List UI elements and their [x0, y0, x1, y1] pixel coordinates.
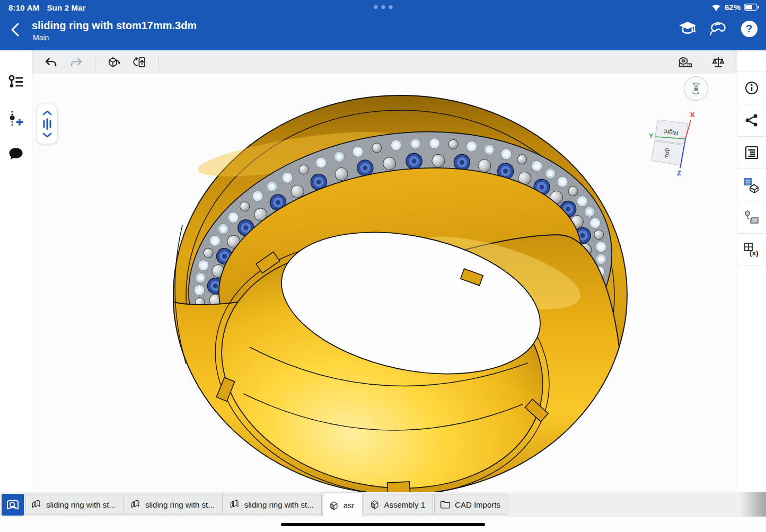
doc-tab-label: asr	[344, 501, 355, 510]
battery-icon	[744, 3, 760, 11]
chevron-down-icon[interactable]	[42, 132, 52, 138]
doc-tab-label: sliding ring with st...	[46, 500, 116, 509]
variables-icon-label: (x)	[750, 249, 759, 257]
linked-documents-button[interactable]	[737, 201, 766, 233]
doc-tab-folder[interactable]: CAD Imports	[434, 494, 508, 515]
axis-z-label: Z	[677, 169, 681, 177]
doc-tab-label: sliding ring with st...	[145, 500, 215, 509]
variables-button[interactable]: (x)	[737, 233, 766, 265]
assembly-icon	[369, 499, 380, 510]
learning-center-icon[interactable]	[678, 19, 697, 38]
status-date: Sun 2 Mar	[47, 3, 85, 12]
document-header: sliding ring with stom17mm.3dm Main ?	[0, 16, 766, 50]
configurations-button[interactable]	[737, 169, 766, 201]
help-button[interactable]: ?	[739, 19, 759, 38]
doc-tab-assembly-active[interactable]: asr	[323, 493, 363, 517]
status-indicators: 62%	[711, 3, 760, 12]
assembly-icon	[329, 500, 339, 511]
doc-tab-assembly[interactable]: Assembly 1	[364, 494, 434, 515]
status-bar: 8:10 AMSun 2 Mar 62%	[0, 0, 766, 16]
right-sidebar: (x)	[737, 50, 766, 492]
back-button[interactable]	[8, 21, 27, 42]
app-header: 8:10 AMSun 2 Mar 62% sliding ring with s…	[0, 0, 766, 50]
doc-tab-label: CAD Imports	[455, 500, 500, 509]
partstudio-icon	[130, 499, 141, 510]
home-indicator[interactable]	[281, 523, 485, 526]
share-button[interactable]	[737, 104, 766, 136]
document-title: sliding ring with stom17mm.3dm	[32, 20, 197, 32]
partstudio-icon	[31, 499, 42, 510]
tabbar-scroll-fade	[741, 492, 766, 517]
doc-tab-partstudio[interactable]: sliding ring with st...	[224, 494, 322, 515]
info-panel-button[interactable]	[737, 72, 766, 104]
battery-percent: 62%	[725, 3, 741, 12]
doc-tab-label: Assembly 1	[384, 500, 426, 509]
insert-feature-icon[interactable]	[7, 110, 24, 127]
left-sidebar	[0, 50, 32, 492]
axis-y-label: Y	[649, 132, 654, 140]
view-cube[interactable]: Right Top X Y Z	[645, 109, 706, 181]
ar-view-icon[interactable]	[709, 19, 728, 38]
bom-list-button[interactable]	[737, 136, 766, 169]
doc-tab-partstudio[interactable]: sliding ring with st...	[125, 494, 223, 515]
folder-icon	[440, 500, 451, 509]
axis-x-label: X	[690, 111, 695, 119]
home-strip	[0, 517, 766, 532]
3d-viewport[interactable]: Right Top X Y Z	[32, 74, 737, 492]
history-slider-flyout[interactable]	[37, 104, 57, 144]
browse-tabs-button[interactable]	[2, 494, 24, 516]
workspace-name: Main	[33, 33, 49, 42]
multitasking-dots-icon[interactable]	[374, 5, 392, 9]
chevron-up-icon[interactable]	[42, 110, 52, 116]
ring-model	[168, 95, 632, 492]
history-slider-icon	[41, 118, 53, 130]
comments-icon[interactable]	[7, 146, 24, 163]
wifi-icon	[711, 3, 721, 11]
feature-tree-icon[interactable]	[7, 74, 24, 91]
header-actions: ?	[678, 19, 759, 38]
3d-viewport-model[interactable]	[32, 50, 737, 492]
view-rotation-lock-button[interactable]	[684, 76, 708, 101]
document-tab-bar: sliding ring with st... sliding ring wit…	[0, 492, 766, 517]
status-time: 8:10 AM	[8, 3, 39, 12]
help-label: ?	[746, 22, 753, 35]
view-cube-faces[interactable]: Right Top	[651, 120, 688, 165]
doc-tab-partstudio[interactable]: sliding ring with st...	[25, 494, 124, 515]
partstudio-icon	[230, 499, 240, 510]
status-time-date: 8:10 AMSun 2 Mar	[8, 3, 86, 12]
doc-tab-label: sliding ring with st...	[244, 500, 314, 509]
